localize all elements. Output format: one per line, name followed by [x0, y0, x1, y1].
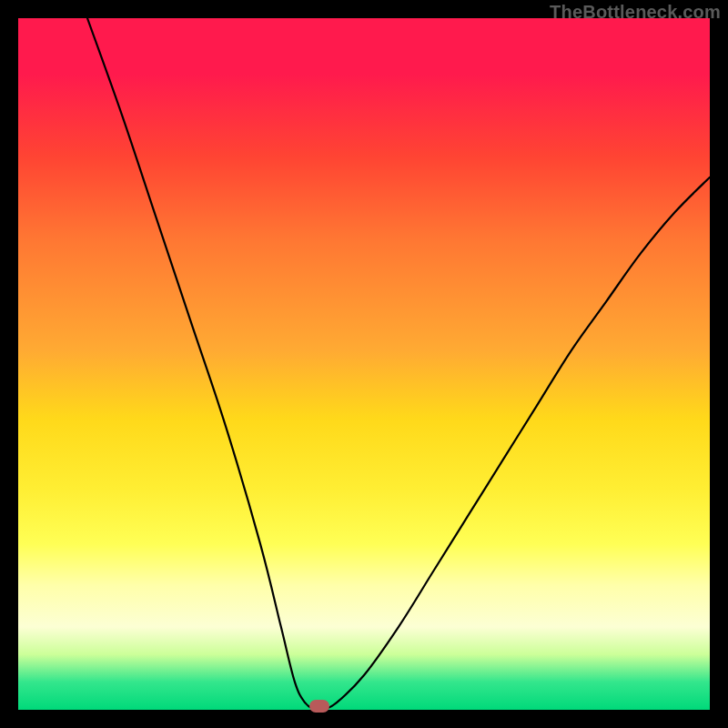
chart-frame: TheBottleneck.com: [0, 0, 728, 728]
optimum-marker: [309, 700, 329, 713]
plot-area: [18, 18, 710, 710]
bottleneck-curve-path: [87, 18, 710, 710]
line-series: [18, 18, 710, 710]
